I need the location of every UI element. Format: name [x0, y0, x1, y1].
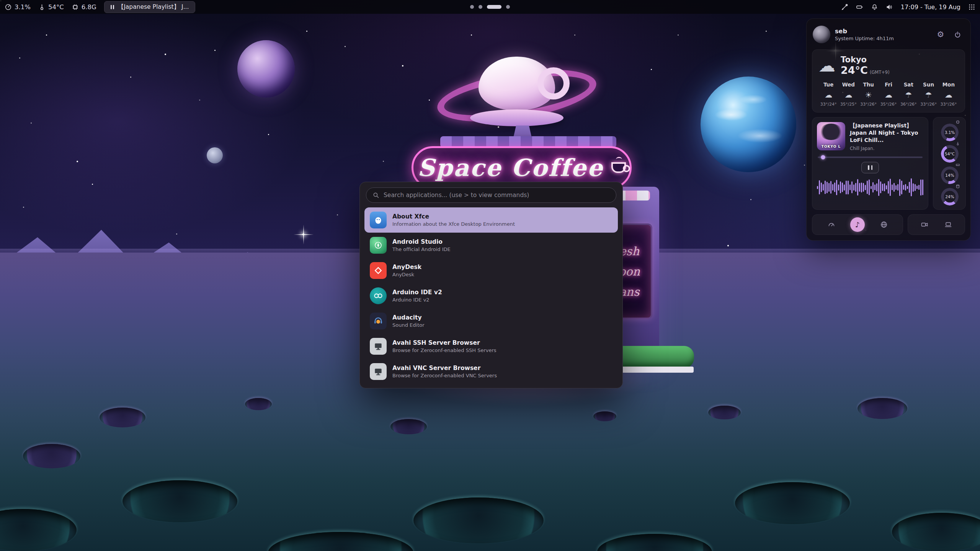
weather-icon: ☁	[818, 90, 838, 99]
crater	[413, 497, 544, 543]
launcher-item-name: Avahi VNC Server Browser	[392, 365, 497, 372]
audacity-icon	[370, 313, 387, 329]
network-button[interactable]	[877, 217, 891, 232]
username: seb	[835, 28, 894, 35]
memory-chip-icon	[72, 3, 79, 11]
bell-icon[interactable]	[871, 3, 878, 11]
workspace-dot-1[interactable]	[470, 5, 474, 9]
forecast-day: Wed☁35°/25°	[838, 82, 858, 107]
clock[interactable]: 17:09 - Tue, 19 Aug	[901, 3, 960, 11]
forecast-day-label: Sat	[898, 82, 918, 88]
forecast-day-label: Wed	[838, 82, 858, 88]
disk-gauge: 24%	[939, 185, 959, 206]
forecast-day-label: Thu	[859, 82, 879, 88]
laptop-icon	[944, 221, 952, 228]
launcher-item-avahi-ssh[interactable]: Avahi SSH Server Browser Browse for Zero…	[364, 334, 618, 359]
settings-button[interactable]: ⚙	[934, 28, 947, 41]
launcher-item-audacity[interactable]: Audacity Sound Editor	[364, 308, 618, 334]
workspace-dot-2[interactable]	[479, 5, 482, 9]
tools-icon[interactable]	[841, 3, 848, 11]
launcher-item-name: Android Studio	[392, 238, 451, 245]
forecast-day: Tue☁33°/24°	[818, 82, 838, 107]
weather-card: ☁ Tokyo 24°C(GMT+9) Tue☁33°/24° Wed☁35°/…	[812, 49, 965, 112]
weather-icon: ☁	[939, 90, 959, 99]
crater	[858, 398, 907, 419]
disk-gauge-value: 24%	[941, 188, 959, 205]
forecast-day: Thu☀33°/26°	[859, 82, 879, 107]
user-section: seb System Uptime: 4h11m ⚙	[812, 24, 965, 45]
crater	[708, 406, 741, 419]
forecast-day-label: Tue	[818, 82, 838, 88]
weather-icon: ☁	[838, 90, 858, 99]
track-title: 【Japanese Playlist】 Japan All Night - To…	[850, 122, 923, 144]
temp-gauge: 54°C	[939, 142, 959, 163]
arduino-icon	[370, 287, 387, 304]
forecast-temps: 33°/26°	[859, 102, 879, 107]
launcher-item-arduino[interactable]: Arduino IDE v2 Arduino IDE v2	[364, 283, 618, 308]
system-gauges-card: 3.1% 54°C 14% 24%	[933, 117, 966, 210]
gear-icon: ⚙	[937, 30, 944, 39]
media-player-pill[interactable]: 【Japanese Playlist】 J...	[104, 1, 196, 13]
media-pill-label: 【Japanese Playlist】 J...	[118, 3, 189, 11]
about-xfce-icon	[370, 212, 387, 228]
progress-bar[interactable]	[818, 156, 923, 158]
screenshot-button[interactable]	[941, 217, 956, 232]
workspace-dot-4[interactable]	[506, 5, 510, 9]
forecast-day: Fri☁35°/26°	[879, 82, 898, 107]
avahi-vnc-icon	[370, 363, 387, 380]
launcher-item-about-xfce[interactable]: About Xfce Information about the Xfce De…	[364, 207, 618, 233]
memory-value: 6.8G	[82, 3, 96, 11]
power-icon	[954, 31, 961, 38]
purple-planet	[237, 40, 295, 98]
music-button[interactable]: ♪	[850, 217, 865, 232]
temperature-indicator: 54°C	[38, 3, 64, 11]
forecast-day: Sun☂33°/26°	[918, 82, 938, 107]
track-subtitle: Chill Japan.	[850, 146, 923, 151]
launcher-item-anydesk[interactable]: AnyDesk AnyDesk	[364, 258, 618, 283]
cloud-icon: ☁	[818, 57, 835, 74]
memory-indicator: 6.8G	[72, 3, 96, 11]
workspace-active[interactable]	[487, 5, 501, 9]
crater	[23, 444, 80, 468]
performance-button[interactable]	[824, 217, 839, 232]
power-button[interactable]	[951, 28, 964, 41]
battery-icon[interactable]	[856, 3, 863, 11]
weather-icon: ☂	[918, 90, 938, 99]
memory-gauge-value: 14%	[941, 166, 959, 184]
apps-grid-icon[interactable]	[968, 3, 975, 11]
cpu-usage-indicator: 3.1%	[5, 3, 31, 11]
forecast-day-label: Fri	[879, 82, 898, 88]
quick-actions-card: ♪	[812, 214, 903, 235]
cpu-usage-value: 3.1%	[15, 3, 31, 11]
weather-icon: ☂	[898, 90, 918, 99]
launcher-item-desc: Browse for Zeroconf-enabled VNC Servers	[392, 373, 497, 378]
launcher-item-name: About Xfce	[392, 213, 515, 220]
avahi-ssh-icon	[370, 338, 387, 355]
progress-knob[interactable]	[821, 155, 825, 159]
forecast-day-label: Mon	[939, 82, 959, 88]
small-moon	[207, 147, 223, 163]
workspace-indicator	[470, 0, 510, 14]
forecast-temps: 35°/25°	[838, 102, 858, 107]
launcher-item-avahi-vnc[interactable]: Avahi VNC Server Browser Browse for Zero…	[364, 359, 618, 384]
capture-card	[908, 214, 965, 235]
forecast-temps: 33°/26°	[939, 102, 959, 107]
album-art: TOKYO L	[817, 122, 845, 150]
android-studio-icon	[370, 237, 387, 254]
earth-planet	[701, 77, 796, 172]
avatar[interactable]	[813, 26, 830, 43]
video-camera-icon	[921, 221, 928, 228]
globe-icon	[880, 221, 888, 228]
weather-city: Tokyo	[841, 55, 890, 64]
crater	[245, 398, 272, 410]
launcher-item-desc: AnyDesk	[392, 272, 421, 277]
volume-icon[interactable]	[886, 3, 893, 11]
star-flare	[302, 233, 304, 235]
app-launcher: About Xfce Information about the Xfce De…	[359, 182, 623, 388]
system-uptime: System Uptime: 4h11m	[835, 36, 894, 41]
pause-button[interactable]	[861, 162, 879, 173]
launcher-item-desc: The official Android IDE	[392, 246, 451, 252]
record-button[interactable]	[917, 217, 932, 232]
launcher-item-android-studio[interactable]: Android Studio The official Android IDE	[364, 233, 618, 258]
search-input[interactable]	[384, 192, 610, 199]
